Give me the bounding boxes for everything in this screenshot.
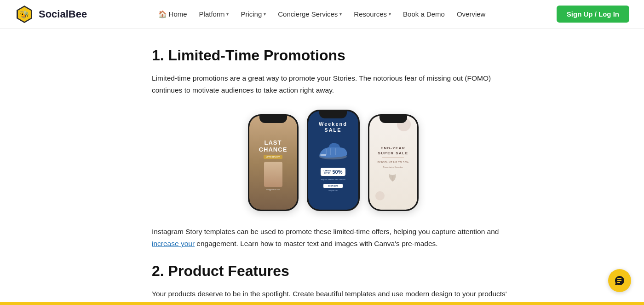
shop-now-label: SHOP NOW bbox=[323, 184, 343, 188]
leaf-decoration bbox=[386, 172, 399, 184]
discount-text: DISCOUNT UP TO 50% bbox=[377, 161, 408, 164]
resources-chevron-icon: ▾ bbox=[389, 12, 391, 17]
promo-text: Promo during December bbox=[383, 166, 403, 168]
phone-notch-3 bbox=[380, 116, 407, 123]
nav-book-demo[interactable]: Book a Demo bbox=[398, 7, 449, 21]
svg-text:🐝: 🐝 bbox=[20, 10, 29, 19]
phone-notch-2 bbox=[319, 111, 347, 118]
last-chance-figure bbox=[264, 162, 282, 187]
phone-mockup-1: LASTCHANCE UP TO 50% OFF reallygoodsite.… bbox=[248, 114, 299, 211]
phone-notch-1 bbox=[259, 116, 287, 123]
section1-para2-before: Instagram Story templates can be used to… bbox=[152, 228, 499, 235]
section2-heading: 2. Product Features bbox=[152, 263, 514, 280]
nav-overview[interactable]: Overview bbox=[452, 7, 490, 21]
offer-badge: LIMITEDOFFER 50% bbox=[321, 168, 345, 176]
nav-resources[interactable]: Resources ▾ bbox=[349, 7, 396, 21]
shoe-icon bbox=[317, 139, 349, 162]
chat-bubble-button[interactable] bbox=[608, 269, 631, 292]
phone-screen-3: END-YEARSUPER SALE DISCOUNT UP TO 50% Pr… bbox=[369, 116, 417, 210]
end-year-title: END-YEARSUPER SALE bbox=[378, 146, 408, 156]
phone-mockup-2: WeekendSALE LIMITEDOFFER 50 bbox=[307, 110, 360, 211]
shoe-area bbox=[316, 137, 351, 164]
weekend-title: WeekendSALE bbox=[319, 121, 347, 133]
end-year-content: END-YEARSUPER SALE DISCOUNT UP TO 50% Pr… bbox=[374, 116, 412, 210]
limited-text: LIMITEDOFFER bbox=[323, 170, 331, 174]
navigation: 🐝 SocialBee 🏠 Home Platform ▾ Pricing ▾ … bbox=[0, 0, 644, 29]
bottom-accent-bar bbox=[0, 302, 644, 305]
nav-concierge[interactable]: Concierge Services ▾ bbox=[273, 7, 346, 21]
last-chance-site: reallygoodsite.com bbox=[266, 189, 280, 191]
concierge-chevron-icon: ▾ bbox=[339, 12, 342, 17]
home-icon: 🏠 bbox=[158, 10, 167, 18]
section1-para2-after: engagement. Learn how to master text and… bbox=[195, 240, 438, 247]
logo-icon: 🐝 bbox=[15, 5, 34, 24]
decoration-circle-2 bbox=[375, 191, 385, 200]
platform-chevron-icon: ▾ bbox=[226, 12, 229, 17]
phone-screen-1: LASTCHANCE UP TO 50% OFF reallygoodsite.… bbox=[249, 116, 297, 210]
section1-heading: 1. Limited-Time Promotions bbox=[152, 47, 514, 64]
weekend-site: instagram.com bbox=[328, 190, 338, 192]
last-chance-title: LASTCHANCE bbox=[259, 140, 288, 153]
weekend-sale-content: WeekendSALE LIMITEDOFFER 50 bbox=[312, 111, 354, 210]
increase-your-link[interactable]: increase your bbox=[152, 240, 195, 247]
section1-paragraph2: Instagram Story templates can be used to… bbox=[152, 226, 514, 250]
section1-paragraph1: Limited-time promotions are a great way … bbox=[152, 72, 514, 97]
phone-mockup-3: END-YEARSUPER SALE DISCOUNT UP TO 50% Pr… bbox=[368, 114, 419, 211]
logo-text: SocialBee bbox=[39, 8, 87, 20]
phone-screen-2: WeekendSALE LIMITEDOFFER 50 bbox=[308, 111, 358, 210]
main-content: 1. Limited-Time Promotions Limited-time … bbox=[115, 29, 529, 305]
divider-line bbox=[382, 158, 404, 158]
phone-mockups-1: LASTCHANCE UP TO 50% OFF reallygoodsite.… bbox=[152, 110, 514, 211]
nav-home[interactable]: 🏠 Home bbox=[154, 7, 192, 21]
leaf-icon bbox=[386, 172, 399, 182]
nav-pricing[interactable]: Pricing ▾ bbox=[236, 7, 270, 21]
nav-platform[interactable]: Platform ▾ bbox=[195, 7, 234, 21]
logo-link[interactable]: 🐝 SocialBee bbox=[15, 5, 87, 24]
chat-icon bbox=[614, 275, 625, 286]
signup-button[interactable]: Sign Up / Log In bbox=[557, 6, 629, 23]
pricing-chevron-icon: ▾ bbox=[264, 12, 266, 17]
weekend-desc: Shop our Weekend Sale collection bbox=[321, 179, 345, 181]
last-chance-content: LASTCHANCE UP TO 50% OFF reallygoodsite.… bbox=[255, 116, 291, 210]
percent-text: 50% bbox=[332, 169, 342, 175]
last-chance-badge: UP TO 50% OFF bbox=[264, 155, 282, 159]
nav-menu: 🏠 Home Platform ▾ Pricing ▾ Concierge Se… bbox=[154, 7, 490, 21]
